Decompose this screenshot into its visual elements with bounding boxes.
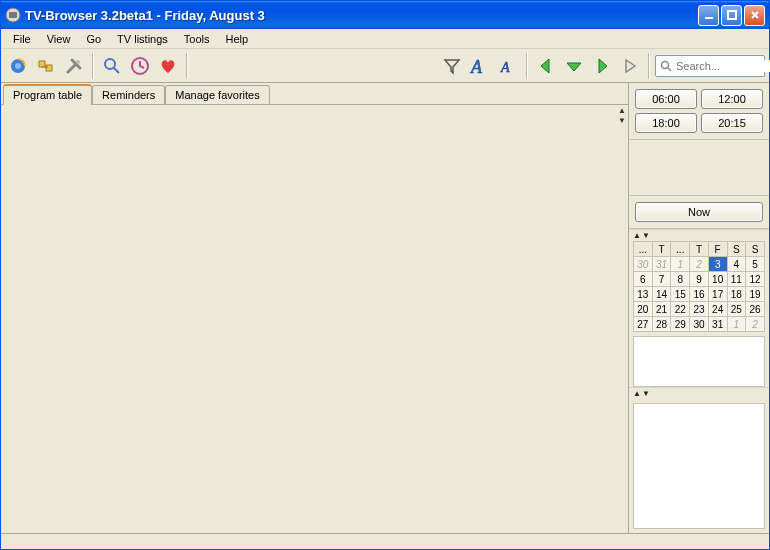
nav-down-button[interactable] [561, 53, 587, 79]
toolbar-separator [92, 53, 94, 79]
menu-go[interactable]: Go [78, 31, 109, 47]
menu-view[interactable]: View [39, 31, 79, 47]
font-small-button[interactable]: A [495, 53, 521, 79]
calendar-day[interactable]: 31 [652, 257, 671, 272]
svg-point-13 [662, 61, 669, 68]
calendar-day[interactable]: 30 [690, 317, 709, 332]
calendar-day[interactable]: 11 [727, 272, 746, 287]
calendar-header: T [690, 242, 709, 257]
calendar-day[interactable]: 10 [708, 272, 727, 287]
menu-tools[interactable]: Tools [176, 31, 218, 47]
time-button-0600[interactable]: 06:00 [635, 89, 697, 109]
calendar-extra-area [633, 336, 765, 387]
calendar-day[interactable]: 1 [671, 257, 690, 272]
col-scroll-down[interactable]: ▼ [616, 115, 628, 125]
calendar-day[interactable]: 6 [634, 272, 653, 287]
col-scroll-up[interactable]: ▲ [616, 105, 628, 115]
content-area: Program table Reminders Manage favorites… [1, 83, 769, 533]
update-button[interactable] [5, 53, 31, 79]
calendar-panel: ...T...TFSS30311234567891011121314151617… [629, 241, 769, 336]
svg-rect-6 [39, 61, 45, 67]
calendar-day[interactable]: 2 [746, 317, 765, 332]
calendar-day[interactable]: 9 [690, 272, 709, 287]
calendar-day[interactable]: 16 [690, 287, 709, 302]
calendar[interactable]: ...T...TFSS30311234567891011121314151617… [633, 241, 765, 332]
calendar-day[interactable]: 5 [746, 257, 765, 272]
menu-help[interactable]: Help [218, 31, 257, 47]
time-panel: 06:00 12:00 18:00 20:15 [629, 83, 769, 140]
search-button[interactable] [99, 53, 125, 79]
calendar-day[interactable]: 25 [727, 302, 746, 317]
now-panel: Now [629, 195, 769, 229]
calendar-day[interactable]: 17 [708, 287, 727, 302]
calendar-day[interactable]: 28 [652, 317, 671, 332]
calendar-header: T [652, 242, 671, 257]
font-large-button[interactable]: A [467, 53, 493, 79]
calendar-day[interactable]: 23 [690, 302, 709, 317]
calendar-day[interactable]: 24 [708, 302, 727, 317]
calendar-day[interactable]: 3 [708, 257, 727, 272]
calendar-day[interactable]: 4 [727, 257, 746, 272]
svg-point-9 [105, 59, 115, 69]
calendar-day[interactable]: 13 [634, 287, 653, 302]
calendar-day[interactable]: 31 [708, 317, 727, 332]
calendar-day[interactable]: 26 [746, 302, 765, 317]
calendar-day[interactable]: 20 [634, 302, 653, 317]
reminder-button[interactable] [127, 53, 153, 79]
time-button-2015[interactable]: 20:15 [701, 113, 763, 133]
calendar-day[interactable]: 27 [634, 317, 653, 332]
close-button[interactable] [744, 5, 765, 26]
calendar-day[interactable]: 19 [746, 287, 765, 302]
app-window: TV-Browser 3.2beta1 - Friday, August 3 F… [0, 0, 770, 550]
toolbar: A A [1, 49, 769, 83]
calendar-header: F [708, 242, 727, 257]
channels-collapse[interactable]: ▲▼ [629, 387, 769, 399]
svg-point-8 [76, 60, 80, 64]
tab-program-table[interactable]: Program table [3, 84, 92, 105]
plugins-button[interactable] [33, 53, 59, 79]
svg-text:A: A [470, 57, 483, 77]
calendar-day[interactable]: 22 [671, 302, 690, 317]
tab-reminders[interactable]: Reminders [92, 85, 165, 104]
nav-back-button[interactable] [533, 53, 559, 79]
calendar-day[interactable]: 18 [727, 287, 746, 302]
now-button[interactable]: Now [635, 202, 763, 222]
calendar-day[interactable]: 7 [652, 272, 671, 287]
side-spacer [629, 140, 769, 195]
calendar-day[interactable]: 12 [746, 272, 765, 287]
menu-file[interactable]: File [5, 31, 39, 47]
calendar-day[interactable]: 8 [671, 272, 690, 287]
minimize-button[interactable] [698, 5, 719, 26]
time-button-1800[interactable]: 18:00 [635, 113, 697, 133]
calendar-day[interactable]: 30 [634, 257, 653, 272]
nav-forward-button[interactable] [589, 53, 615, 79]
calendar-day[interactable]: 29 [671, 317, 690, 332]
channel-list[interactable] [633, 403, 765, 529]
search-icon [660, 60, 672, 72]
calendar-header: ... [671, 242, 690, 257]
filter-button[interactable] [439, 53, 465, 79]
statusbar [1, 533, 769, 549]
nav-now-button[interactable] [617, 53, 643, 79]
calendar-day[interactable]: 1 [727, 317, 746, 332]
calendar-day[interactable]: 2 [690, 257, 709, 272]
search-box[interactable] [655, 55, 765, 77]
menubar: File View Go TV listings Tools Help [1, 29, 769, 49]
tab-manage-favorites[interactable]: Manage favorites [165, 85, 269, 104]
svg-rect-3 [728, 11, 736, 19]
calendar-day[interactable]: 14 [652, 287, 671, 302]
maximize-button[interactable] [721, 5, 742, 26]
app-icon [5, 7, 21, 23]
svg-point-5 [15, 63, 21, 69]
menu-tvlistings[interactable]: TV listings [109, 31, 176, 47]
titlebar: TV-Browser 3.2beta1 - Friday, August 3 [1, 1, 769, 29]
calendar-collapse[interactable]: ▲▼ [629, 229, 769, 241]
favorites-button[interactable] [155, 53, 181, 79]
window-controls [698, 5, 765, 26]
settings-button[interactable] [61, 53, 87, 79]
calendar-day[interactable]: 15 [671, 287, 690, 302]
calendar-header: S [746, 242, 765, 257]
time-button-1200[interactable]: 12:00 [701, 89, 763, 109]
search-input[interactable] [676, 60, 770, 72]
calendar-day[interactable]: 21 [652, 302, 671, 317]
